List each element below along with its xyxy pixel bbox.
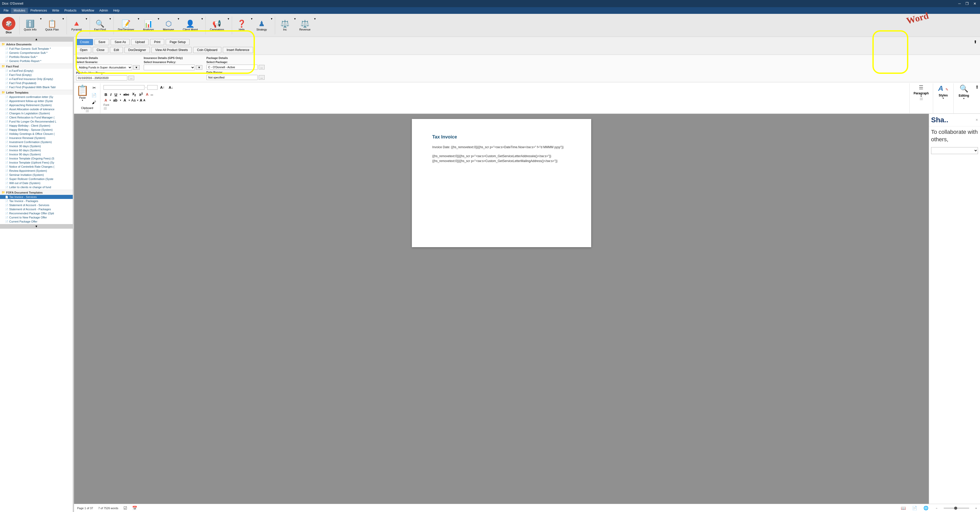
sidebar-item-factfind-populated[interactable]: 📄Fact Find (Populated)	[0, 81, 73, 85]
sidebar-item-portfolio-review[interactable]: 📄 Portfolio Review SoA *	[0, 55, 73, 59]
sidebar-item-efactfind-empty[interactable]: 📄e-FactFind (Empty)	[0, 69, 73, 73]
sidebar-item-invoice-90[interactable]: 📄Invoice 90 days (System)	[0, 152, 73, 156]
zoom-out-button[interactable]: −	[936, 507, 937, 510]
proofing-icon[interactable]: ☑	[124, 506, 127, 510]
styles-arrow[interactable]: ▼	[942, 97, 944, 99]
underline-button[interactable]: U	[113, 92, 118, 97]
doc-designer-btn[interactable]: DocDesigner	[124, 47, 150, 53]
sidebar-item-factfind-blank[interactable]: 📄Fact Find (Populated With Blank Tabl	[0, 85, 73, 89]
document-container[interactable]: Tax Invoice Invoice Date: {{hs_removetex…	[74, 114, 929, 504]
coin-clipboard-button[interactable]: Coin Clipboard	[193, 47, 221, 53]
sidebar-item-invoice-30[interactable]: 📄Invoice 30 days (System)	[0, 144, 73, 148]
sidebar-item-tax-invoice-services[interactable]: 📄Tax Invoice - Services	[0, 195, 73, 199]
edit-button[interactable]: Edit	[110, 47, 123, 53]
shrink-font-button[interactable]: A↓	[167, 85, 175, 91]
sidebar-item-centrelink[interactable]: 📄Notice of Centrelink Rate Changes (	[0, 164, 73, 169]
select-package-input[interactable]	[207, 65, 258, 70]
editing-arrow[interactable]: ▼	[963, 97, 965, 100]
collab-dropdown[interactable]	[931, 147, 978, 154]
italic-button[interactable]: I	[109, 92, 113, 97]
paragraph-arrow[interactable]: ▼	[920, 95, 922, 97]
marquee-tool[interactable]: ⬡ Marquee	[161, 18, 176, 32]
analyser-arrow[interactable]: ▼	[157, 18, 160, 20]
package-browse-btn[interactable]: ...	[259, 65, 265, 70]
menu-workflow[interactable]: Workflow	[79, 8, 97, 13]
save-as-button[interactable]: Save As	[111, 39, 130, 45]
letter-templates-header[interactable]: 📁 Letter Templates	[0, 90, 73, 95]
advice-docs-header[interactable]: 📁 Advice Documents	[0, 41, 73, 47]
sidebar-item-happy-bday-spouse[interactable]: 📄Happy Birthday - Spouse (System)	[0, 128, 73, 132]
underline-arrow[interactable]: ▼	[119, 93, 121, 96]
sidebar-item-changes-leg[interactable]: 📄Changes In Legislation (System)	[0, 111, 73, 115]
fact-find-header[interactable]: 📁 Fact Find	[0, 64, 73, 69]
sidebar-item-tax-invoice-packages[interactable]: 📄Tax Invoice - Packages	[0, 199, 73, 203]
date-range-input[interactable]	[207, 75, 258, 80]
menu-file[interactable]: File	[1, 8, 11, 13]
analyser-tool[interactable]: 📊 Analyser	[141, 18, 156, 32]
quick-info-tool[interactable]: ℹ️ Quick Info	[22, 18, 39, 32]
open-button[interactable]: Open	[76, 47, 91, 53]
sidebar-scroll-up[interactable]: ▲	[0, 37, 73, 41]
sidebar-item-recommended-package[interactable]: 📄Recommended Package Offer (Opti	[0, 211, 73, 215]
print-layout-icon[interactable]: 📄	[912, 506, 917, 510]
date-range-btn[interactable]: ...	[259, 75, 265, 80]
revenue-tool[interactable]: ⚖️ Revenue	[297, 18, 312, 32]
insurance-browse-btn[interactable]: ▼	[196, 65, 202, 70]
superscript-button[interactable]: X2	[138, 91, 144, 97]
sidebar-item-efactfind-insurance[interactable]: 📄e-FactFind Insurance Only (Empty)	[0, 77, 73, 81]
sidebar-item-insurance-renewal[interactable]: 📄Insurance Renewal (System)	[0, 136, 73, 140]
select-scenario-dropdown[interactable]: Adding Funds in Super- Accumulation	[76, 65, 132, 70]
sidebar-item-fund-no-longer[interactable]: 📄Fund No Longer On Recommended L	[0, 120, 73, 124]
sidebar-item-seminar[interactable]: 📄Seminar Invitation (System)	[0, 173, 73, 177]
pyramid-arrow[interactable]: ▼	[85, 18, 88, 20]
sidebar-item-invoice-ongoing[interactable]: 📄Invoice Template (Ongoing Fees) (S	[0, 156, 73, 161]
menu-modules[interactable]: Modules	[11, 8, 28, 13]
close-doc-button[interactable]: Close	[93, 47, 108, 53]
sidebar-item-super-rollover[interactable]: 📄Super Rollover Confirmation (Syste	[0, 177, 73, 181]
sidebar-item-invoice-upfront[interactable]: 📄Invoice Template (Upfront Fees) (Sy	[0, 161, 73, 164]
fact-find-arrow[interactable]: ▼	[109, 18, 111, 20]
revenue-arrow[interactable]: ▼	[313, 18, 316, 20]
menu-write[interactable]: Write	[49, 8, 62, 13]
portfolio-range-input[interactable]	[76, 75, 127, 80]
collab-close-button[interactable]: ×	[976, 118, 978, 122]
sidebar-item-will-out[interactable]: 📄Will out of Date (System)	[0, 181, 73, 185]
strikethrough-button[interactable]: abc	[123, 92, 130, 97]
sidebar-item-statement-services[interactable]: 📄Statement of Account - Services	[0, 203, 73, 207]
sidebar-item-holiday-greetings[interactable]: 📄Holiday Greetings & Office Closure (	[0, 132, 73, 136]
save-button[interactable]: Save	[94, 39, 109, 45]
menu-admin[interactable]: Admin	[97, 8, 111, 13]
sidebar-item-appt-conf[interactable]: 📄Appointment confirmation letter (Sy	[0, 95, 73, 99]
sidebar-item-letter-change-fund[interactable]: 📄Letter to clients re change of fund	[0, 185, 73, 189]
help-arrow[interactable]: ▼	[250, 18, 253, 20]
view-product-sheets-button[interactable]: View All Product Sheets	[151, 47, 192, 53]
insert-reference-button[interactable]: Insert Reference	[223, 47, 253, 53]
action-expand-button[interactable]: ⬆	[972, 38, 978, 45]
scenario-browse-btn[interactable]: ▼	[133, 65, 140, 70]
highlight-button[interactable]: ab	[112, 98, 118, 103]
paragraph-expand[interactable]: ⬜	[920, 97, 923, 100]
doc-designer-tool[interactable]: 📝 DocDesigner	[116, 18, 136, 32]
portfolio-range-btn[interactable]: ...	[128, 76, 134, 80]
sidebar-item-happy-bday-client[interactable]: 📄Happy Birthday - Client (System)	[0, 124, 73, 128]
sidebar-item-asset-alloc[interactable]: 📄Asset Allocation outside of tolerance	[0, 107, 73, 111]
format-painter-button[interactable]: 🖌	[90, 99, 98, 106]
sidebar-item-investment-conf[interactable]: 📄Investment Confirmation (System)	[0, 140, 73, 144]
strategy-arrow[interactable]: ▼	[270, 18, 273, 20]
sidebar-item-generic-portfolio[interactable]: 📄 Generic Portfolio Report *	[0, 59, 73, 63]
help-tool[interactable]: ❓ Help	[234, 18, 250, 32]
subscript-button[interactable]: X2	[131, 91, 137, 97]
create-button[interactable]: Create	[76, 39, 93, 45]
sidebar-item-statement-packages[interactable]: 📄Statement of Account - Packages	[0, 207, 73, 211]
page-setup-button[interactable]: Page Setup	[166, 39, 189, 45]
sidebar-item-approaching-ret[interactable]: 📄Approaching Retirement (System)	[0, 103, 73, 107]
font-color-arrow[interactable]: ▼	[109, 99, 111, 102]
font-size-label-arrow[interactable]: ▼	[137, 99, 138, 102]
grow-font-button[interactable]: A↑	[159, 85, 166, 91]
read-mode-icon[interactable]: 📖	[901, 506, 906, 510]
fact-find-tool[interactable]: 🔍 Fact Find	[92, 18, 108, 32]
page-layout-icon[interactable]: 📅	[132, 506, 137, 510]
sidebar-item-factfind-empty[interactable]: 📄Fact Find (Empty)	[0, 73, 73, 77]
font-name-input[interactable]	[103, 85, 145, 90]
char-arrow[interactable]: ▼	[128, 99, 130, 102]
